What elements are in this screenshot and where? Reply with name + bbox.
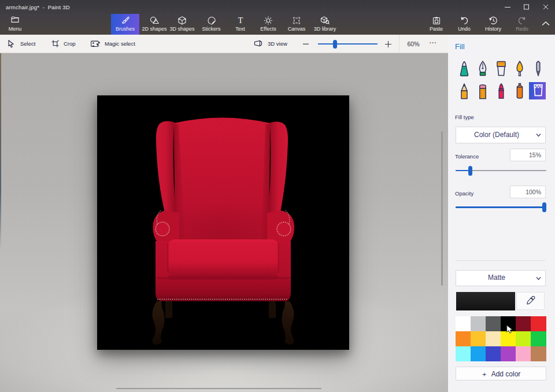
svg-text:T: T bbox=[238, 16, 243, 24]
